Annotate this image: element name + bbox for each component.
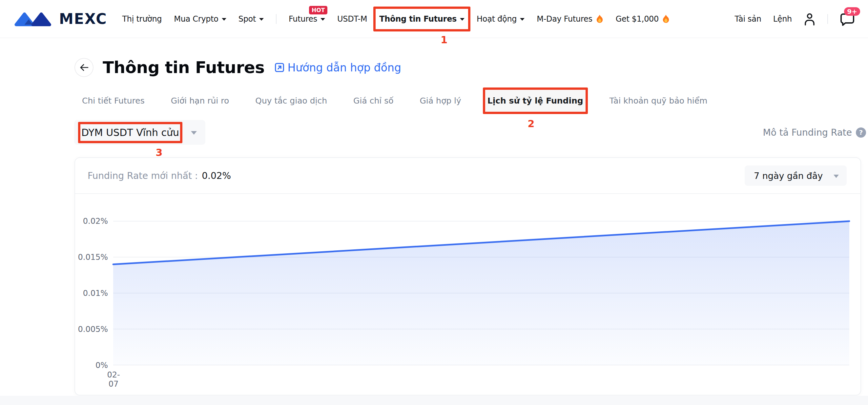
top-nav: MEXC Thị trường Mua Crypto Spot HOT Futu… (0, 0, 868, 38)
contract-select[interactable]: DYM USDT Vĩnh cửu 3 (74, 120, 205, 145)
chart-toolbar: DYM USDT Vĩnh cửu 3 Mô tả Funding Rate ? (74, 120, 866, 145)
funding-rate-chart: 0.02% 0.015% 0.01% 0.005% 0% (75, 194, 861, 396)
page-header: Thông tin Futures Hướng dẫn hợp đồng (74, 58, 868, 77)
tab-trading-rules[interactable]: Quy tắc giao dịch (255, 96, 327, 105)
chart-x-tick: 02-07 (103, 370, 124, 389)
contract-select-value: DYM USDT Vĩnh cửu 3 (81, 127, 179, 138)
nav-divider (827, 14, 828, 24)
mexc-mountains-icon (12, 11, 55, 27)
brand-wordmark: MEXC (59, 10, 107, 27)
chevron-down-icon (191, 131, 197, 135)
tab-insurance-fund[interactable]: Tài khoản quỹ bảo hiểm (610, 96, 708, 105)
nav-item-assets[interactable]: Tài sản (735, 14, 761, 24)
funding-rate-description: Mô tả Funding Rate ? (763, 127, 866, 138)
user-icon (804, 12, 815, 26)
fire-icon (596, 14, 603, 24)
chevron-down-icon (222, 18, 226, 21)
mexc-logo[interactable]: MEXC (12, 10, 107, 27)
support-chat-button[interactable]: 9+ (840, 12, 855, 26)
notification-badge: 9+ (844, 7, 860, 16)
nav-item-mday-futures[interactable]: M-Day Futures (537, 14, 603, 24)
annotation-number-1: 1 (440, 34, 447, 45)
nav-item-buy-crypto[interactable]: Mua Crypto (174, 14, 226, 24)
hot-badge: HOT (309, 6, 328, 14)
chevron-down-icon (834, 175, 839, 178)
latest-funding-rate-value: 0.02% (202, 170, 231, 181)
nav-item-orders[interactable]: Lệnh (773, 14, 792, 24)
nav-item-activities[interactable]: Hoạt động (477, 14, 525, 24)
account-nav: Tài sản Lệnh 9+ (735, 12, 855, 26)
annotation-number-3: 3 (156, 147, 163, 158)
chevron-down-icon (320, 18, 325, 21)
chevron-down-icon (460, 18, 465, 21)
chevron-down-icon (520, 18, 525, 21)
tab-risk-limit[interactable]: Giới hạn rủi ro (171, 96, 229, 105)
mexc-futures-info-page: MEXC Thị trường Mua Crypto Spot HOT Futu… (0, 0, 868, 405)
time-range-select[interactable]: 7 ngày gần đây (745, 166, 847, 186)
back-button[interactable] (74, 58, 93, 77)
tab-fair-price[interactable]: Giá hợp lý (420, 96, 461, 105)
nav-item-get-1000[interactable]: Get $1,000 (616, 14, 670, 24)
latest-funding-rate: Funding Rate mới nhất : 0.02% (88, 170, 231, 181)
primary-nav: Thị trường Mua Crypto Spot HOT Futures U… (122, 14, 670, 24)
chart-y-axis: 0.02% 0.015% 0.01% 0.005% 0% (75, 216, 108, 370)
funding-rate-line-chart (113, 221, 849, 365)
funding-rate-card-header: Funding Rate mới nhất : 0.02% 7 ngày gần… (75, 158, 861, 194)
futures-info-tabs: Chi tiết Futures Giới hạn rủi ro Quy tắc… (82, 96, 868, 105)
chevron-down-icon (259, 18, 264, 21)
tab-futures-details[interactable]: Chi tiết Futures (82, 96, 145, 105)
nav-item-usdt-m[interactable]: USDT-M (337, 14, 367, 24)
page-bottom-strip (0, 396, 868, 405)
nav-item-markets[interactable]: Thị trường (122, 14, 162, 24)
nav-item-futures-info[interactable]: Thông tin Futures 1 (379, 14, 465, 24)
nav-item-spot[interactable]: Spot (239, 14, 264, 24)
nav-divider (276, 14, 277, 24)
arrow-left-icon (79, 63, 89, 72)
funding-rate-card: Funding Rate mới nhất : 0.02% 7 ngày gần… (74, 157, 861, 396)
tab-index-price[interactable]: Giá chỉ số (353, 96, 393, 105)
profile-button[interactable] (804, 12, 815, 26)
contract-guide-link[interactable]: Hướng dẫn hợp đồng (274, 61, 401, 74)
chart-plot-area[interactable] (113, 221, 849, 365)
guide-doc-icon (274, 62, 285, 73)
nav-item-futures[interactable]: HOT Futures (289, 14, 325, 24)
page-title: Thông tin Futures (103, 58, 265, 77)
help-icon[interactable]: ? (856, 128, 866, 138)
fire-icon (662, 14, 670, 24)
tab-funding-rate-history[interactable]: Lịch sử tỷ lệ Funding 2 (488, 96, 583, 105)
